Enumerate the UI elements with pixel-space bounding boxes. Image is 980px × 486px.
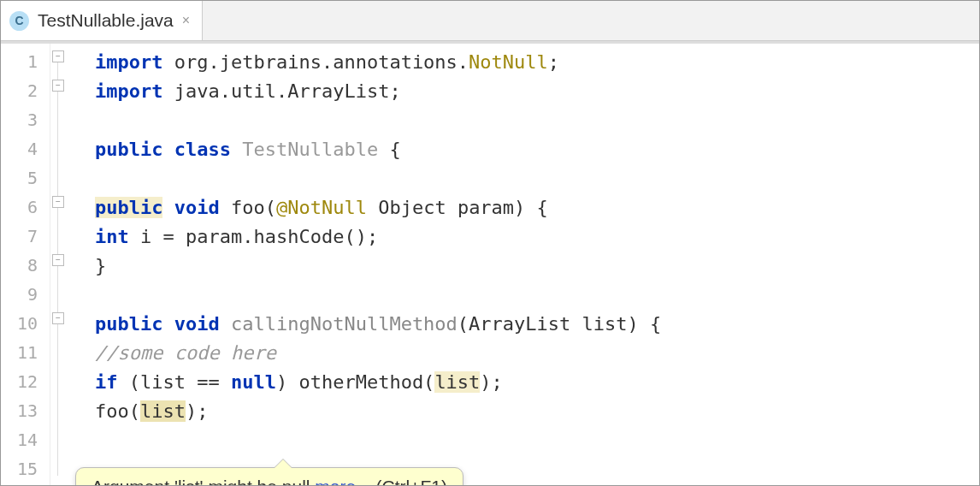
code-line[interactable]: if (list == null) otherMethod(list);: [95, 367, 979, 396]
line-number: 2: [1, 76, 50, 105]
close-icon[interactable]: ×: [182, 13, 190, 28]
code-line[interactable]: public void callingNotNullMethod(ArrayLi…: [95, 309, 979, 338]
fold-toggle-icon[interactable]: −: [52, 254, 64, 266]
code-line[interactable]: [95, 280, 979, 309]
line-number: 6: [1, 193, 50, 222]
tab-filename: TestNullable.java: [38, 10, 174, 31]
line-number: 9: [1, 280, 50, 309]
code-area[interactable]: import org.jetbrains.annotations.NotNull…: [69, 44, 979, 485]
line-number: 1: [1, 47, 50, 76]
editor-tabs: C TestNullable.java ×: [1, 1, 979, 41]
tooltip-shortcut: (Ctrl+F1): [371, 477, 447, 486]
line-number: 3: [1, 105, 50, 134]
tooltip-text: Argument 'list' might be null: [92, 477, 315, 486]
line-number-gutter: 1 2 3 4 5 6 7 8 9 10 11 12 13 14 15: [1, 44, 50, 485]
code-line[interactable]: //some code here: [95, 338, 979, 367]
code-line[interactable]: [95, 425, 979, 454]
fold-toggle-icon[interactable]: −: [52, 80, 64, 92]
fold-toggle-icon[interactable]: −: [52, 312, 64, 324]
line-number: 15: [1, 454, 50, 483]
line-number: 11: [1, 338, 50, 367]
code-line[interactable]: }: [95, 251, 979, 280]
line-number: 7: [1, 222, 50, 251]
tooltip-more-link[interactable]: more...: [315, 477, 370, 486]
fold-toggle-icon[interactable]: −: [52, 196, 64, 208]
line-number: 8: [1, 251, 50, 280]
fold-gutter: − − − − −: [50, 44, 69, 485]
file-tab[interactable]: C TestNullable.java ×: [1, 1, 203, 40]
line-number: 10: [1, 309, 50, 338]
code-line[interactable]: public void foo(@NotNull Object param) {: [95, 193, 979, 222]
line-number: 12: [1, 367, 50, 396]
class-file-icon: C: [9, 11, 29, 31]
line-number: 13: [1, 396, 50, 425]
code-line[interactable]: [95, 105, 979, 134]
code-line[interactable]: int i = param.hashCode();: [95, 222, 979, 251]
line-number: 5: [1, 163, 50, 193]
code-line[interactable]: import java.util.ArrayList;: [95, 76, 979, 105]
code-line[interactable]: [95, 163, 979, 193]
code-line[interactable]: foo(list);: [95, 396, 979, 425]
fold-toggle-icon[interactable]: −: [52, 50, 64, 62]
code-line[interactable]: public class TestNullable {: [95, 134, 979, 163]
code-line[interactable]: import org.jetbrains.annotations.NotNull…: [95, 47, 979, 76]
inspection-tooltip: Argument 'list' might be null more... (C…: [75, 467, 463, 486]
line-number: 4: [1, 134, 50, 163]
code-editor[interactable]: 1 2 3 4 5 6 7 8 9 10 11 12 13 14 15 − − …: [1, 41, 979, 485]
line-number: 14: [1, 425, 50, 454]
